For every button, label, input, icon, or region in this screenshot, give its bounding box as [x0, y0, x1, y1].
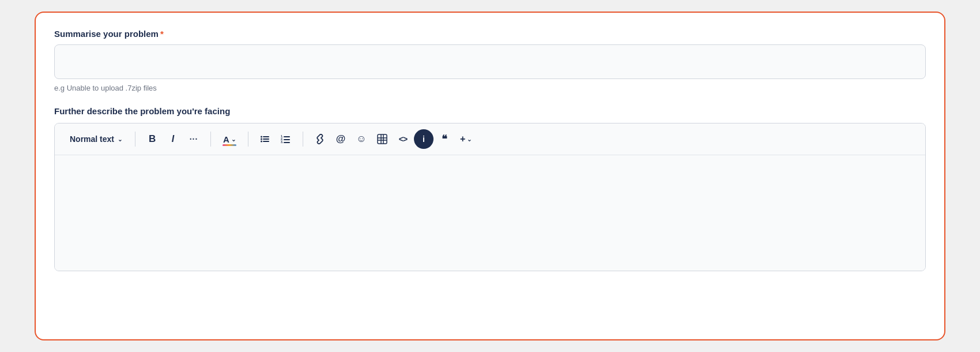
list-group: 1. 2. 3. — [255, 129, 296, 149]
add-chevron-icon: ⌄ — [467, 136, 472, 143]
text-style-group: Normal text ⌄ — [64, 131, 128, 147]
text-color-button[interactable]: A ⌄ — [218, 129, 241, 149]
svg-rect-7 — [284, 136, 290, 137]
quote-button[interactable]: ❝ — [435, 129, 454, 149]
summary-hint: e.g Unable to upload .7zip files — [54, 84, 926, 92]
svg-rect-9 — [284, 139, 290, 140]
editor-body[interactable] — [55, 155, 925, 271]
emoji-button[interactable]: ☺ — [352, 129, 371, 149]
numbered-list-icon: 1. 2. 3. — [281, 134, 291, 144]
table-button[interactable] — [372, 129, 392, 149]
required-indicator: * — [160, 29, 164, 39]
summary-label: Summarise your problem* — [54, 29, 926, 39]
rich-editor: Normal text ⌄ B I ··· — [54, 123, 926, 271]
add-button[interactable]: + ⌄ — [455, 130, 476, 148]
svg-rect-12 — [378, 134, 387, 144]
svg-rect-5 — [263, 141, 269, 142]
numbered-list-button[interactable]: 1. 2. 3. — [276, 129, 296, 149]
format-group: B I ··· — [142, 129, 203, 149]
code-button[interactable]: <> — [393, 129, 413, 149]
svg-point-4 — [261, 141, 262, 143]
describe-label: Further describe the problem you're faci… — [54, 106, 926, 116]
color-underline — [223, 144, 236, 146]
italic-button[interactable]: I — [163, 129, 183, 149]
more-formatting-button[interactable]: ··· — [184, 129, 203, 149]
link-icon — [315, 134, 325, 144]
editor-toolbar: Normal text ⌄ B I ··· — [55, 123, 925, 155]
svg-rect-11 — [284, 142, 290, 143]
info-button[interactable]: i — [414, 129, 434, 149]
toolbar-divider-3 — [248, 132, 248, 147]
bold-button[interactable]: B — [142, 129, 162, 149]
color-chevron-icon: ⌄ — [231, 136, 236, 143]
toolbar-divider-2 — [210, 132, 211, 147]
svg-rect-3 — [263, 138, 269, 140]
bullet-list-button[interactable] — [255, 129, 275, 149]
svg-text:3.: 3. — [281, 140, 284, 144]
table-icon — [377, 134, 387, 144]
text-style-chevron-icon: ⌄ — [118, 136, 122, 143]
svg-point-2 — [261, 138, 262, 140]
text-style-dropdown[interactable]: Normal text ⌄ — [64, 131, 128, 147]
color-group: A ⌄ — [218, 129, 241, 149]
mention-button[interactable]: @ — [331, 129, 350, 149]
bullet-list-icon — [260, 134, 270, 144]
svg-rect-1 — [263, 136, 269, 137]
insert-group: @ ☺ <> i — [310, 129, 476, 149]
svg-point-0 — [261, 136, 262, 138]
link-button[interactable] — [310, 129, 330, 149]
main-card: Summarise your problem* e.g Unable to up… — [35, 12, 945, 340]
toolbar-divider-1 — [135, 132, 135, 147]
summary-input[interactable] — [54, 44, 926, 79]
toolbar-divider-4 — [303, 132, 303, 147]
